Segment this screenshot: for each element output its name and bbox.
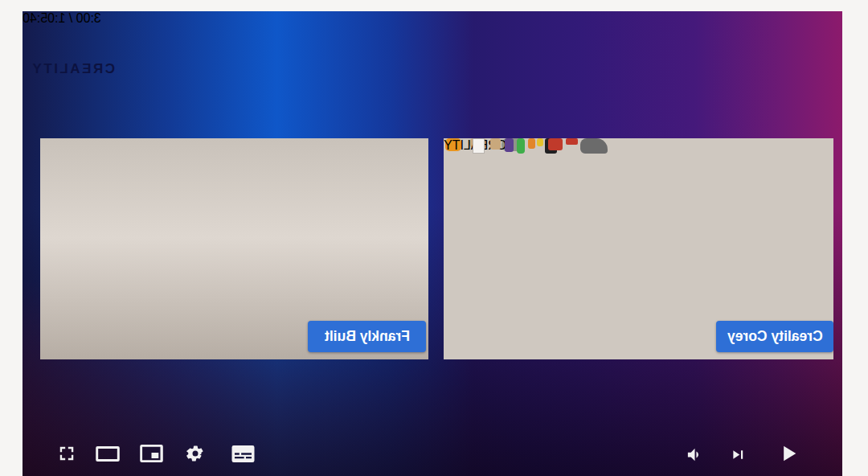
video-player[interactable]: CREALITY [23,11,842,476]
volume-button[interactable] [684,445,706,464]
figure-display-cabinet [40,138,229,287]
print-red-boot [548,138,563,150]
print-white [473,138,485,154]
time-display-text: 3:00 / 1:05:40 [23,11,101,26]
brand-logo: CREALITY [31,61,115,77]
print-purple [505,138,514,152]
time-display: 3:00 / 1:05:40 [23,11,101,26]
brand-logo-text: CREALITY [31,61,115,77]
print-red-car [566,138,578,145]
name-badge: Frankly Built [308,321,426,352]
volume-icon [684,453,706,466]
name-badge: Creality Corey [716,321,833,352]
miniplayer-icon [139,451,164,465]
next-button[interactable] [730,446,747,463]
subtitles-icon [231,451,255,465]
theater-mode-icon [96,450,120,464]
video-feed-creality-corey: CREALITY [444,138,833,359]
video-feed-frankly-built: Frankly Built [40,138,428,359]
settings-button[interactable] [186,444,205,463]
name-badge-text: Frankly Built [325,328,410,345]
settings-icon [186,452,205,466]
theater-mode-button[interactable] [96,446,120,462]
subtitles-button[interactable] [231,445,255,462]
print-gray-rock [580,138,608,154]
miniplayer-button[interactable] [139,445,164,462]
print-yellow [537,138,543,146]
print-orange [528,138,535,149]
next-icon [730,452,747,466]
name-badge-text: Creality Corey [727,328,823,345]
print-green-bottle [517,138,525,154]
print-tan [490,138,501,150]
fullscreen-icon [58,451,76,465]
play-button[interactable] [776,442,800,465]
fullscreen-button[interactable] [58,445,76,462]
play-icon [776,453,800,467]
page-background: CREALITY [0,0,868,476]
